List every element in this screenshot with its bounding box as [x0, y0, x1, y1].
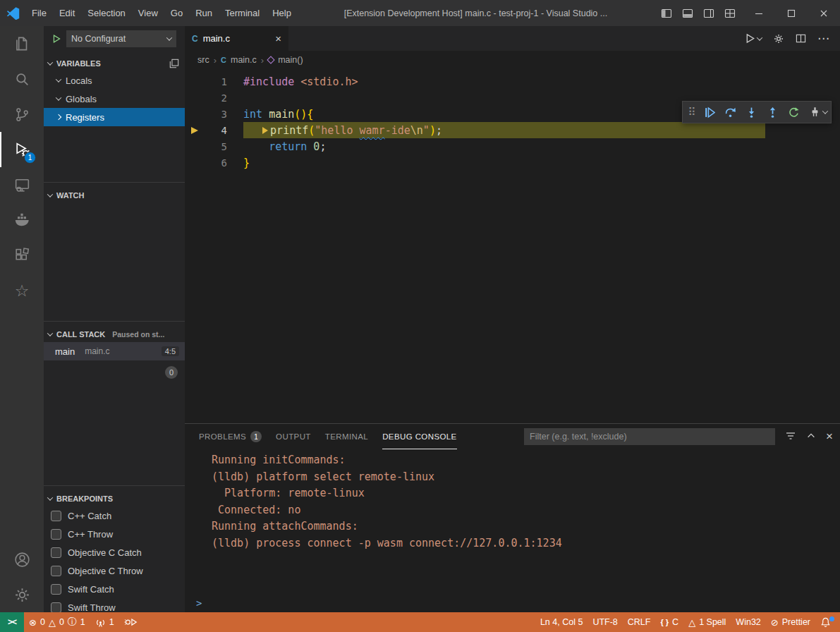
source-control-icon[interactable] — [0, 97, 44, 132]
toolbar-drag-handle[interactable]: ⠿ — [686, 106, 698, 119]
code-editor[interactable]: 1#include <stdio.h>23int main(){4 printf… — [185, 69, 840, 423]
continue-button[interactable] — [699, 102, 719, 122]
more-actions-button[interactable]: ⋯ — [817, 31, 830, 46]
menu-view[interactable]: View — [132, 0, 164, 26]
breakpoint-checkbox[interactable] — [51, 566, 61, 576]
customize-layout-icon[interactable] — [724, 8, 736, 19]
breakpoint-item-objective-c-catch[interactable]: Objective C Catch — [44, 543, 185, 561]
step-out-button[interactable] — [762, 102, 782, 122]
chevron-down-icon — [47, 494, 53, 500]
minimize-button[interactable] — [743, 0, 775, 26]
circle-slash-icon: ⊘ — [771, 617, 779, 628]
panel-tab-problems[interactable]: PROBLEMS1 — [199, 424, 262, 449]
encoding-indicator[interactable]: UTF-8 — [588, 612, 622, 632]
line-number: 3 — [205, 109, 227, 120]
disconnect-button[interactable] — [805, 102, 824, 122]
breakpoint-checkbox[interactable] — [51, 584, 61, 595]
variables-item-registers[interactable]: Registers — [44, 108, 185, 126]
breakpoint-checkbox[interactable] — [51, 511, 61, 521]
accounts-icon[interactable] — [0, 542, 44, 577]
problems-summary[interactable]: ⊗0 △0 ⓘ1 — [24, 612, 90, 632]
remote-explorer-icon[interactable] — [0, 167, 44, 202]
step-over-button[interactable] — [720, 102, 740, 122]
call-stack-count-badge: 0 — [165, 366, 178, 379]
breakpoint-gutter[interactable] — [185, 127, 205, 134]
maximize-panel-icon[interactable] — [806, 431, 816, 443]
editor-actions: ⋯ — [745, 26, 840, 51]
docker-icon[interactable] — [0, 202, 44, 238]
close-panel-icon[interactable]: × — [826, 430, 833, 444]
watch-header[interactable]: WATCH — [44, 188, 185, 203]
debug-console-input[interactable]: > — [185, 594, 840, 612]
breakpoint-item-swift-catch[interactable]: Swift Catch — [44, 580, 185, 598]
variables-view-action-icon[interactable] — [169, 59, 179, 68]
breakpoint-checkbox[interactable] — [51, 547, 61, 558]
variables-item-locals[interactable]: Locals — [44, 71, 185, 90]
tab-main-c[interactable]: C main.c × — [185, 26, 288, 51]
remote-indicator[interactable]: >< — [0, 612, 24, 632]
breakpoint-item-c-throw[interactable]: C++ Throw — [44, 525, 185, 543]
menu-edit[interactable]: Edit — [53, 0, 81, 26]
window-title: [Extension Development Host] main.c - te… — [298, 8, 654, 18]
toggle-panel-icon[interactable] — [682, 8, 693, 19]
breakpoint-item-objective-c-throw[interactable]: Objective C Throw — [44, 561, 185, 580]
stack-frame-row[interactable]: main main.c 4:5 — [44, 342, 185, 360]
ports-indicator[interactable]: 1 — [90, 612, 119, 632]
extensions-icon[interactable] — [0, 238, 44, 273]
symbol-method-icon — [267, 56, 274, 63]
menu-go[interactable]: Go — [164, 0, 189, 26]
eol-indicator[interactable]: CRLF — [623, 612, 656, 632]
debug-status-item[interactable] — [119, 612, 143, 632]
language-mode[interactable]: { } C — [655, 612, 683, 632]
variables-item-globals[interactable]: Globals — [44, 90, 185, 108]
explorer-icon[interactable] — [0, 26, 44, 61]
panel-tab-output[interactable]: OUTPUT — [276, 424, 311, 449]
menu-help[interactable]: Help — [266, 0, 298, 26]
close-tab-icon[interactable]: × — [275, 32, 281, 44]
breakpoint-item-c-catch[interactable]: C++ Catch — [44, 506, 185, 525]
console-filter-input[interactable] — [524, 428, 775, 445]
panel-tab-terminal[interactable]: TERMINAL — [325, 424, 368, 449]
breakpoint-checkbox[interactable] — [51, 602, 61, 613]
breakpoints-header[interactable]: BREAKPOINTS — [44, 491, 185, 506]
breakpoint-item-swift-throw[interactable]: Swift Throw — [44, 598, 185, 612]
menu-terminal[interactable]: Terminal — [219, 0, 266, 26]
platform-indicator[interactable]: Win32 — [731, 612, 765, 632]
close-window-button[interactable] — [808, 0, 840, 26]
prettier-status[interactable]: ⊘ Prettier — [766, 612, 815, 632]
warning-icon: △ — [688, 617, 695, 628]
launch-config-dropdown[interactable]: No Configurat — [66, 30, 176, 47]
call-stack-header[interactable]: CALL STACK Paused on st... — [44, 327, 185, 342]
variables-item-label: Locals — [66, 75, 92, 86]
search-icon[interactable] — [0, 61, 44, 97]
wamr-ide-star-icon[interactable]: ☆ — [0, 273, 44, 308]
menu-file[interactable]: File — [25, 0, 53, 26]
split-editor-button[interactable] — [796, 33, 806, 44]
toggle-secondary-sidebar-icon[interactable] — [703, 8, 714, 19]
configure-gear-icon[interactable] — [773, 33, 784, 44]
breakpoint-checkbox[interactable] — [51, 529, 61, 540]
spell-checker-status[interactable]: △ 1 Spell — [683, 612, 731, 632]
watch-title: WATCH — [56, 191, 85, 200]
breakpoints-title: BREAKPOINTS — [56, 494, 113, 503]
menu-run[interactable]: Run — [189, 0, 219, 26]
variables-title: VARIABLES — [56, 59, 101, 68]
run-or-debug-button[interactable] — [745, 33, 762, 44]
breadcrumb-file[interactable]: main.c — [231, 55, 257, 65]
filter-icon[interactable] — [785, 430, 796, 444]
step-into-button[interactable] — [741, 102, 761, 122]
panel-tab-debug-console[interactable]: DEBUG CONSOLE — [382, 424, 457, 449]
current-line-arrow-icon — [191, 127, 198, 134]
start-debugging-icon[interactable] — [52, 34, 61, 44]
settings-gear-icon[interactable] — [0, 577, 44, 612]
breadcrumb-folder[interactable]: src — [197, 55, 209, 65]
run-and-debug-icon[interactable]: 1 — [0, 132, 44, 167]
maximize-button[interactable] — [775, 0, 808, 26]
breadcrumb-symbol[interactable]: main() — [278, 55, 303, 65]
notifications-bell[interactable] — [815, 612, 836, 632]
menu-selection[interactable]: Selection — [81, 0, 131, 26]
restart-button[interactable] — [784, 102, 803, 122]
variables-header[interactable]: VARIABLES — [44, 56, 185, 71]
cursor-position[interactable]: Ln 4, Col 5 — [535, 612, 588, 632]
toggle-primary-sidebar-icon[interactable] — [661, 8, 672, 19]
